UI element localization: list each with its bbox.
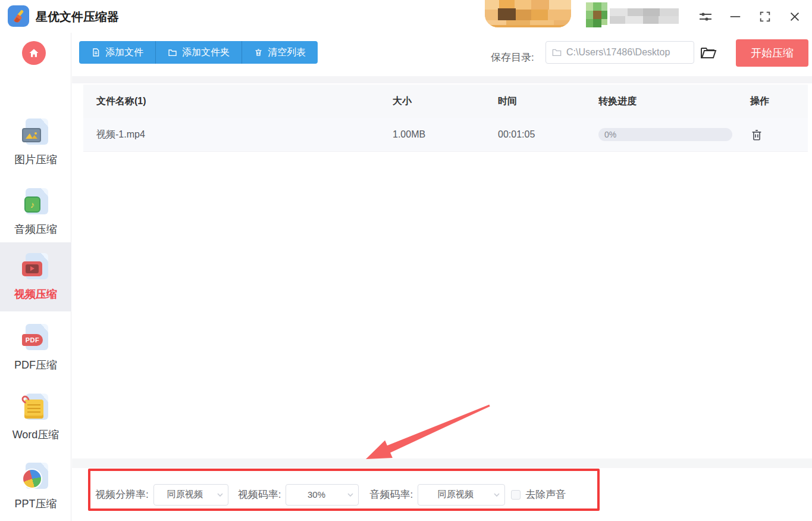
- home-button[interactable]: [22, 41, 46, 65]
- video-file-icon: [22, 253, 49, 280]
- progress-value: 0%: [604, 130, 616, 139]
- app-title: 星优文件压缩器: [36, 9, 119, 25]
- folder-icon: [168, 48, 177, 57]
- chevron-down-icon: [217, 491, 224, 498]
- sidebar-item-audio-compress[interactable]: ♪ 音频压缩: [0, 179, 71, 245]
- remove-audio-label: 去除声音: [525, 488, 566, 501]
- header-time: 时间: [498, 95, 598, 108]
- start-compress-button[interactable]: 开始压缩: [736, 39, 808, 67]
- add-folder-button[interactable]: 添加文件夹: [155, 41, 242, 64]
- header-progress: 转换进度: [598, 95, 750, 108]
- file-size: 1.00MB: [393, 129, 498, 140]
- file-name: 视频-1.mp4: [83, 129, 393, 141]
- trash-icon: [750, 128, 763, 142]
- sidebar-item-label: PPT压缩: [14, 497, 57, 511]
- save-dir-label: 保存目录:: [491, 51, 534, 64]
- folder-small-icon: [552, 48, 562, 57]
- titlebar: 星优文件压缩器: [0, 0, 812, 33]
- resolution-select[interactable]: 同原视频: [153, 484, 228, 506]
- file-duration: 00:01:05: [498, 129, 598, 140]
- header-action: 操作: [750, 95, 808, 108]
- sidebar-item-ppt-compress[interactable]: PPT压缩: [0, 453, 71, 520]
- video-bitrate-select[interactable]: 30%: [286, 484, 359, 506]
- sidebar-item-label: 视频压缩: [14, 287, 57, 301]
- toolbar-divider: [72, 76, 812, 83]
- clear-list-button[interactable]: 清空列表: [242, 41, 318, 64]
- ppt-file-icon: [22, 463, 49, 490]
- table-header-row: 文件名称(1) 大小 时间 转换进度 操作: [83, 85, 808, 118]
- sidebar-item-label: 音频压缩: [14, 222, 57, 236]
- header-file-name: 文件名称(1): [83, 95, 393, 108]
- sidebar-item-label: Word压缩: [12, 428, 59, 442]
- browse-folder-button[interactable]: [700, 46, 718, 61]
- sidebar-item-video-compress[interactable]: 视频压缩: [0, 242, 71, 311]
- chevron-down-icon: [493, 491, 500, 498]
- remove-audio-checkbox[interactable]: [511, 490, 521, 500]
- blurred-account-badge-green: [586, 2, 681, 27]
- pdf-file-icon: PDF: [22, 324, 49, 351]
- trash-icon: [254, 48, 263, 57]
- audio-bitrate-select[interactable]: 同原视频: [418, 484, 505, 506]
- blurred-account-badge-orange: [485, 0, 571, 27]
- home-icon: [28, 47, 40, 59]
- image-file-icon: [22, 118, 49, 146]
- sidebar-item-image-compress[interactable]: 图片压缩: [0, 109, 71, 176]
- file-actions-group: 添加文件 添加文件夹 清空列表: [79, 41, 318, 64]
- progress-bar: 0%: [598, 128, 732, 141]
- audio-file-icon: ♪: [22, 188, 49, 216]
- sidebar-item-pdf-compress[interactable]: PDF PDF压缩: [0, 314, 71, 381]
- compression-settings-bar: 视频分辨率: 同原视频 视频码率: 30% 音频码率: 同原视频 去除声音: [72, 468, 812, 521]
- video-bitrate-label: 视频码率:: [238, 488, 281, 501]
- chevron-down-icon: [347, 491, 354, 498]
- maximize-button[interactable]: [756, 8, 774, 26]
- save-dir-path: C:\Users\17486\Desktop: [566, 47, 670, 58]
- sidebar-item-label: 图片压缩: [14, 152, 57, 167]
- settings-sliders-icon[interactable]: [697, 8, 714, 26]
- audio-bitrate-label: 音频码率:: [369, 488, 413, 501]
- minimize-button[interactable]: [726, 8, 744, 26]
- delete-row-button[interactable]: [750, 127, 766, 142]
- table-row: 视频-1.mp4 1.00MB 00:01:05 0%: [83, 118, 808, 152]
- save-dir-input[interactable]: C:\Users\17486\Desktop: [545, 41, 694, 64]
- sidebar-item-label: PDF压缩: [14, 358, 57, 372]
- resolution-label: 视频分辨率:: [95, 488, 149, 501]
- sidebar-item-word-compress[interactable]: Word压缩: [0, 384, 71, 451]
- file-table: 文件名称(1) 大小 时间 转换进度 操作 视频-1.mp4 1.00MB 00…: [83, 85, 808, 152]
- settings-divider: [72, 458, 812, 468]
- close-button[interactable]: [786, 8, 804, 26]
- add-file-button[interactable]: 添加文件: [79, 41, 155, 64]
- header-size: 大小: [393, 95, 498, 108]
- app-logo-icon: [8, 5, 29, 27]
- document-icon: [91, 48, 101, 57]
- word-file-icon: [22, 394, 49, 421]
- main-panel: 添加文件 添加文件夹 清空列表 保存目录: C:\Users\17486\Des…: [72, 33, 812, 521]
- sidebar: 图片压缩 ♪ 音频压缩 视频压缩 PDF PDF压缩 Word压缩: [0, 33, 71, 521]
